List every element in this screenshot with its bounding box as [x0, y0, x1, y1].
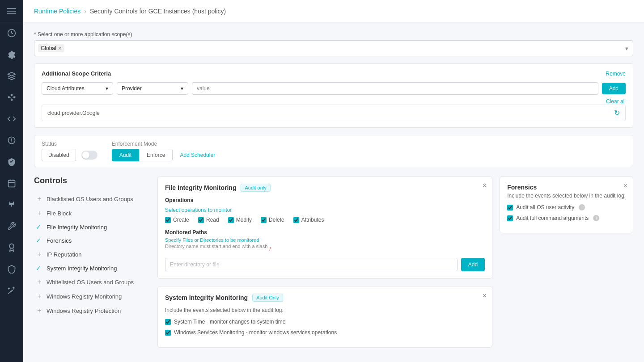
enforcement-label: Enforcement Mode	[112, 141, 215, 147]
os-activity-info-icon[interactable]: i	[579, 204, 585, 210]
checkbox-modify-input[interactable]	[228, 217, 234, 223]
checkbox-delete[interactable]: Delete	[261, 217, 284, 223]
scope-tag-label: Global	[41, 45, 56, 51]
cvss-icon[interactable]	[0, 130, 23, 150]
sim-card-header: System Integrity Monitoring Audit Only	[165, 294, 485, 302]
disabled-button[interactable]: Disabled	[42, 149, 76, 161]
scope-select[interactable]: Global × ▾	[34, 40, 633, 56]
forensics-card: × Forensics Include the events selected …	[500, 176, 633, 233]
sim-check-time[interactable]: System Time - monitor changes to system …	[165, 319, 485, 325]
checkbox-delete-label: Delete	[269, 217, 284, 223]
control-item-sim[interactable]: ✓ System Integrity Monitoring	[34, 261, 150, 275]
checkbox-modify-label: Modify	[236, 217, 252, 223]
path-input[interactable]	[165, 258, 458, 271]
paths-hint: Specify Files or Directories to be monit…	[165, 237, 485, 243]
calendar-icon[interactable]	[0, 173, 23, 193]
control-item-fim[interactable]: ✓ File Integrity Monitoring	[34, 220, 150, 234]
control-item-fileblock[interactable]: + File Block	[34, 206, 150, 220]
dashboard-icon[interactable]	[0, 23, 23, 43]
forensics-check-os[interactable]: Audit all OS user activity i	[507, 204, 626, 210]
checkbox-create-label: Create	[173, 217, 189, 223]
cloud-attributes-dropdown[interactable]: Cloud Attributes ▾	[42, 82, 113, 95]
shield-check-icon[interactable]	[0, 152, 23, 172]
wrench-icon[interactable]	[0, 216, 23, 236]
scope-label-text: Select one or more application scope(s)	[38, 31, 132, 38]
scope-tag-remove[interactable]: ×	[58, 45, 62, 51]
menu-icon[interactable]	[0, 1, 23, 21]
svg-rect-16	[9, 203, 14, 205]
add-scheduler-link[interactable]: Add Scheduler	[180, 152, 215, 158]
audit-button[interactable]: Audit	[112, 149, 139, 161]
control-check-icon: ✓	[36, 237, 43, 244]
gear-icon[interactable]	[0, 45, 23, 64]
sim-badge: Audit Only	[252, 294, 283, 302]
control-item-blacklisted[interactable]: + Blacklisted OS Users and Groups	[34, 192, 150, 206]
enforce-button[interactable]: Enforce	[139, 149, 173, 161]
forensics-check-os-input[interactable]	[507, 205, 513, 210]
remove-link[interactable]: Remove	[606, 71, 626, 77]
control-label: Whitelisted OS Users and Groups	[47, 279, 134, 286]
checkbox-modify[interactable]: Modify	[228, 217, 252, 223]
refresh-icon[interactable]: ↻	[614, 109, 620, 117]
code-icon[interactable]	[0, 109, 23, 129]
forensics-title: Forensics	[507, 184, 626, 191]
sim-check-windows-input[interactable]	[165, 330, 171, 336]
shield-icon[interactable]	[0, 259, 23, 279]
control-item-iprep[interactable]: + IP Reputation	[34, 247, 150, 261]
sim-check-time-input[interactable]	[165, 319, 171, 325]
forensics-check-args-input[interactable]	[507, 215, 513, 221]
control-item-whitelisted[interactable]: + Whitelisted OS Users and Groups	[34, 275, 150, 289]
sim-card: System Integrity Monitoring Audit Only ×…	[157, 286, 492, 348]
scope-filter-row: cloud.provider.Google ↻	[42, 105, 626, 121]
sim-close-button[interactable]: ×	[483, 292, 487, 300]
control-item-forensics[interactable]: ✓ Forensics	[34, 234, 150, 247]
control-label: Windows Registry Monitoring	[47, 293, 122, 300]
forensics-check-args[interactable]: Audit full command arguments i	[507, 215, 626, 221]
checkbox-create[interactable]: Create	[165, 217, 189, 223]
value-input[interactable]	[192, 82, 598, 95]
checkbox-delete-input[interactable]	[261, 217, 267, 223]
breadcrumb-link[interactable]: Runtime Policies	[34, 8, 80, 15]
network-icon[interactable]	[0, 88, 23, 107]
checkbox-read-label: Read	[206, 217, 219, 223]
sim-check-windows[interactable]: Windows Services Monitoring - monitor wi…	[165, 329, 485, 336]
checkbox-attributes[interactable]: Attributes	[293, 217, 324, 223]
forensics-close-button[interactable]: ×	[623, 182, 627, 190]
plug-icon[interactable]	[0, 195, 23, 215]
dropdown2-label: Provider	[122, 85, 142, 92]
fim-card-header: File Integrity Monitoring Audit only	[165, 184, 485, 192]
ops-hint[interactable]: Select operations to monitor	[165, 207, 485, 213]
svg-rect-4	[8, 97, 10, 98]
checkbox-attributes-input[interactable]	[293, 217, 299, 223]
control-item-winregprot[interactable]: + Windows Registry Protection	[34, 303, 150, 318]
control-plus-icon: +	[36, 209, 43, 217]
control-item-winreg[interactable]: + Windows Registry Monitoring	[34, 289, 150, 303]
forensics-check-os-label: Audit all OS user activity	[516, 204, 574, 210]
svg-rect-2	[7, 13, 16, 14]
path-add-button[interactable]: Add	[461, 258, 485, 271]
status-toggle[interactable]	[81, 151, 97, 160]
additional-scope-title: Additional Scope Criteria	[42, 70, 111, 77]
checkbox-create-input[interactable]	[165, 217, 171, 223]
svg-rect-12	[8, 180, 15, 187]
layers-icon[interactable]	[0, 66, 23, 86]
scope-add-button[interactable]: Add	[602, 83, 626, 94]
checkbox-read-input[interactable]	[198, 217, 204, 223]
award-icon[interactable]	[0, 238, 23, 257]
status-label: Status	[42, 141, 97, 147]
enforcement-group: Enforcement Mode Audit Enforce Add Sched…	[112, 141, 215, 161]
clear-all-link[interactable]: Clear all	[42, 98, 626, 105]
paths-hint2: Directory name must start and end with a…	[165, 244, 267, 249]
fim-close-button[interactable]: ×	[483, 182, 487, 190]
path-input-row: Add	[165, 258, 485, 271]
control-label: System Integrity Monitoring	[47, 265, 117, 272]
tools-icon[interactable]	[0, 281, 23, 300]
checkbox-read[interactable]: Read	[198, 217, 219, 223]
scope-row: Cloud Attributes ▾ Provider ▾ Add	[42, 82, 626, 95]
cmd-args-info-icon[interactable]: i	[593, 215, 599, 221]
control-plus-icon: +	[36, 278, 43, 286]
provider-dropdown[interactable]: Provider ▾	[117, 82, 188, 95]
control-label: File Integrity Monitoring	[47, 224, 107, 231]
cards-and-right: File Integrity Monitoring Audit only × O…	[157, 176, 633, 348]
status-group: Status Disabled	[42, 141, 97, 161]
